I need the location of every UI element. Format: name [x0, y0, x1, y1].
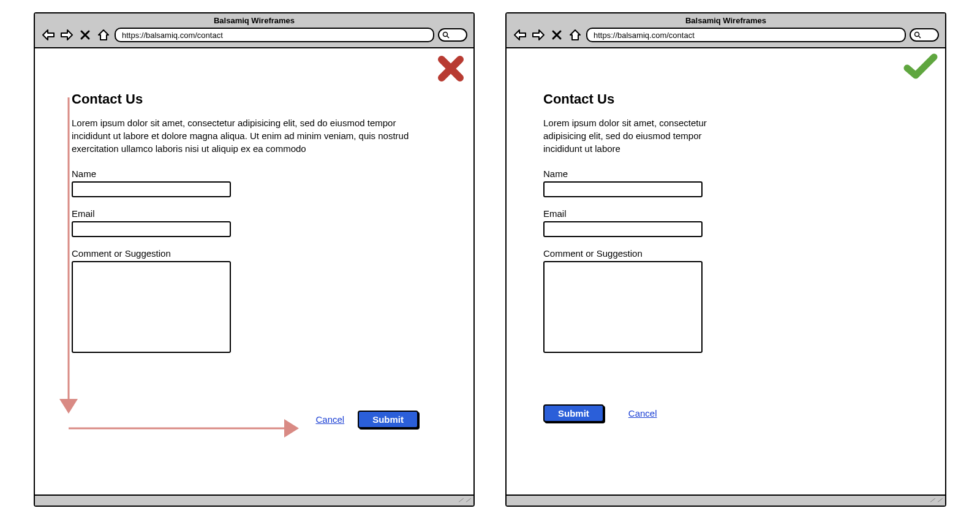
- comment-textarea[interactable]: [543, 261, 703, 353]
- resize-grip-icon[interactable]: ⟋⟋: [929, 496, 943, 504]
- home-icon[interactable]: [568, 28, 582, 42]
- page-title: Contact Us: [72, 91, 437, 107]
- comment-textarea[interactable]: [72, 261, 231, 353]
- cancel-link[interactable]: Cancel: [315, 414, 344, 425]
- browser-window-wrong: Balsamiq Wireframes: [34, 12, 475, 507]
- back-icon[interactable]: [513, 28, 527, 42]
- svg-line-1: [447, 36, 449, 38]
- back-icon[interactable]: [41, 28, 56, 42]
- name-input[interactable]: [543, 181, 703, 197]
- page-content-wrong: Contact Us Lorem ipsum dolor sit amet, c…: [35, 48, 473, 494]
- cancel-link[interactable]: Cancel: [628, 408, 657, 419]
- titlebar: Balsamiq Wireframes: [35, 13, 473, 48]
- email-label: Email: [543, 208, 908, 219]
- name-label: Name: [543, 169, 908, 179]
- page-title: Contact Us: [543, 91, 908, 107]
- statusbar: ⟋⟋: [507, 494, 945, 506]
- toolbar: [35, 28, 473, 42]
- submit-button[interactable]: Submit: [543, 404, 604, 422]
- email-label: Email: [72, 208, 437, 219]
- window-title: Balsamiq Wireframes: [35, 16, 473, 28]
- svg-point-0: [443, 32, 448, 37]
- statusbar: ⟋⟋: [35, 494, 473, 506]
- forward-icon[interactable]: [531, 28, 546, 42]
- comment-label: Comment or Suggestion: [543, 248, 908, 259]
- stop-icon[interactable]: [78, 28, 92, 42]
- email-input[interactable]: [543, 221, 703, 237]
- resize-grip-icon[interactable]: ⟋⟋: [457, 496, 472, 504]
- search-pill[interactable]: [438, 28, 467, 42]
- home-icon[interactable]: [96, 28, 111, 42]
- correct-badge-icon: [903, 53, 938, 83]
- stop-icon[interactable]: [549, 28, 564, 42]
- page-content-correct: Contact Us Lorem ipsum dolor sit amet, c…: [507, 48, 945, 494]
- name-input[interactable]: [72, 181, 231, 197]
- svg-point-4: [915, 32, 919, 37]
- svg-line-5: [919, 36, 921, 38]
- browser-window-correct: Balsamiq Wireframes Contact Us Lore: [505, 12, 946, 507]
- titlebar: Balsamiq Wireframes: [507, 13, 945, 48]
- forward-icon[interactable]: [59, 28, 74, 42]
- search-pill[interactable]: [910, 28, 939, 42]
- window-title: Balsamiq Wireframes: [507, 16, 945, 28]
- email-input[interactable]: [72, 221, 231, 237]
- intro-text: Lorem ipsum dolor sit amet, consectetur …: [72, 116, 415, 155]
- action-row: Cancel Submit: [72, 411, 437, 428]
- submit-button[interactable]: Submit: [358, 411, 418, 428]
- name-label: Name: [72, 169, 437, 179]
- url-input[interactable]: [115, 28, 434, 42]
- comment-label: Comment or Suggestion: [72, 248, 437, 259]
- url-input[interactable]: [586, 28, 906, 42]
- toolbar: [507, 28, 945, 42]
- action-row: Submit Cancel: [543, 404, 908, 422]
- intro-text: Lorem ipsum dolor sit amet, consectetur …: [543, 116, 715, 155]
- wrong-badge-icon: [435, 53, 466, 86]
